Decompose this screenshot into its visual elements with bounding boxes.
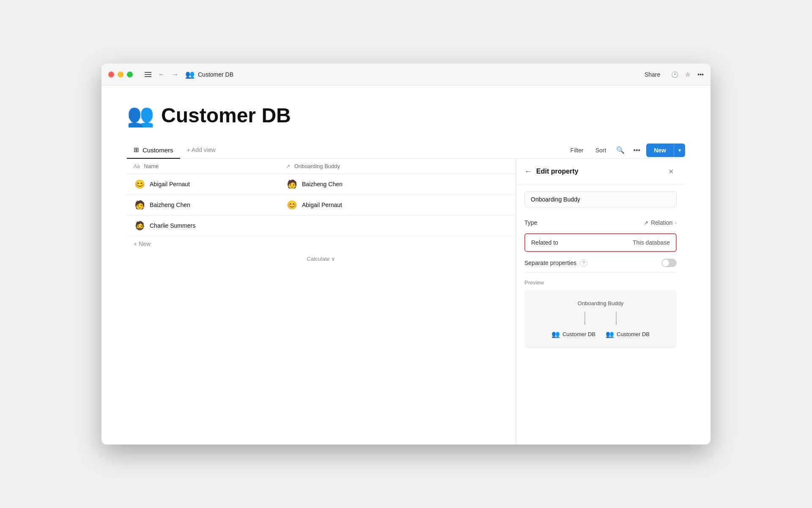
panel-header: ← Edit property ✕ (516, 159, 685, 185)
col-name[interactable]: Aa Name (127, 159, 279, 174)
property-name-input[interactable] (524, 191, 677, 207)
preview-db-icon-1: 👥 (551, 330, 560, 338)
calculate-button[interactable]: Calculate ∨ (127, 251, 516, 266)
filter-button[interactable]: Filter (566, 144, 588, 156)
calculate-chevron: ∨ (331, 256, 335, 262)
tab-customers[interactable]: ⊞ Customers (127, 142, 180, 159)
maximize-button[interactable] (127, 72, 133, 77)
red-arrow-indicator: ◄ (684, 236, 685, 249)
name-text-1: Baizheng Chen (150, 202, 190, 208)
related-to-label: Related to (531, 239, 558, 246)
panel-body: Type ↗ Relation › Related to This databa… (516, 185, 685, 444)
content-area: Aa Name ↗ Onboarding Buddy (127, 159, 685, 444)
close-button[interactable] (108, 72, 114, 77)
buddy-name-0: Baizheng Chen (302, 181, 343, 188)
panel-close-button[interactable]: ✕ (665, 166, 677, 177)
forward-nav-button[interactable]: → (170, 69, 180, 80)
history-button[interactable]: 🕐 (671, 71, 678, 78)
edit-property-panel: ← Edit property ✕ Type ↗ Relation › (516, 159, 685, 444)
avatar-2: 🧔 (134, 220, 145, 232)
col-onboarding-buddy[interactable]: ↗ Onboarding Buddy (279, 159, 516, 174)
buddy-col-label: Onboarding Buddy (294, 163, 340, 169)
sort-button[interactable]: Sort (591, 144, 611, 156)
new-button-dropdown[interactable]: ▾ (674, 144, 685, 157)
avatar-1: 🧑 (134, 199, 145, 211)
buddy-cell-1: 😊 Abigail Pernaut (286, 199, 509, 211)
bookmark-button[interactable]: ☆ (685, 71, 691, 78)
minimize-button[interactable] (118, 72, 123, 77)
table-row: 🧑 Baizheng Chen 😊 Abigail Pernaut (127, 195, 516, 215)
nav-buttons: ← → (143, 69, 180, 80)
separate-properties-row: Separate properties ? (524, 254, 677, 273)
name-text-0: Abigail Pernaut (150, 181, 190, 188)
avatar-0: 😊 (134, 178, 145, 190)
panel-header-left: ← Edit property (524, 167, 579, 176)
back-nav-button[interactable]: ← (156, 69, 167, 80)
buddy-col-icon: ↗ (286, 163, 290, 169)
panel-title: Edit property (536, 168, 579, 175)
page-icon: 👥 (127, 102, 154, 128)
cell-buddy-2 (279, 215, 516, 236)
preview-section: Preview Onboarding Buddy (524, 279, 677, 348)
panel-back-button[interactable]: ← (524, 167, 532, 176)
add-view-button[interactable]: + Add view (180, 142, 222, 158)
name-cell-1: 🧑 Baizheng Chen (134, 199, 272, 211)
separate-properties-toggle[interactable] (661, 259, 677, 267)
toolbar-right-actions: Filter Sort 🔍 ••• New ▾ (566, 144, 685, 157)
type-label: Type (524, 219, 537, 226)
search-button[interactable]: 🔍 (614, 144, 627, 157)
cell-buddy-0[interactable]: 🧑 Baizheng Chen (279, 174, 516, 195)
svg-marker-3 (616, 322, 617, 325)
separate-properties-label: Separate properties ? (524, 259, 587, 267)
preview-arrow-right (616, 312, 617, 325)
titlebar: ← → 👥 Customer DB Share 🕐 ☆ ••• (102, 64, 710, 86)
buddy-avatar-1: 😊 (286, 199, 298, 211)
preview-db-item-1: 👥 Customer DB (551, 330, 595, 338)
preview-db-icon-2: 👥 (606, 330, 614, 338)
app-window: ← → 👥 Customer DB Share 🕐 ☆ ••• 👥 Custom… (102, 64, 710, 444)
tab-customers-icon: ⊞ (134, 146, 139, 154)
cell-buddy-1[interactable]: 😊 Abigail Pernaut (279, 195, 516, 215)
preview-db-items: 👥 Customer DB 👥 Customer DB (551, 330, 650, 338)
table-area: Aa Name ↗ Onboarding Buddy (127, 159, 516, 444)
help-icon[interactable]: ? (580, 259, 587, 267)
preview-db-name-2: Customer DB (617, 331, 650, 337)
cell-name-0[interactable]: 😊 Abigail Pernaut (127, 174, 279, 195)
relation-icon: ↗ (644, 220, 648, 226)
hamburger-menu[interactable] (143, 70, 153, 79)
preview-db-item-2: 👥 Customer DB (606, 330, 650, 338)
cell-name-1[interactable]: 🧑 Baizheng Chen (127, 195, 279, 215)
related-to-value: This database (633, 239, 670, 246)
toolbar-more-button[interactable]: ••• (631, 144, 643, 157)
separate-properties-text: Separate properties (524, 260, 576, 266)
type-chevron-icon: › (675, 220, 677, 225)
cell-name-2[interactable]: 🧔 Charlie Summers (127, 215, 279, 236)
traffic-lights (108, 72, 133, 77)
page-header: 👥 Customer DB (127, 102, 685, 128)
add-new-row-label: + New (134, 240, 151, 247)
buddy-cell-0: 🧑 Baizheng Chen (286, 178, 509, 190)
buddy-name-1: Abigail Pernaut (302, 202, 342, 208)
new-button-group: New ▾ (646, 144, 685, 157)
preview-label: Preview (524, 279, 677, 286)
calculate-label: Calculate (307, 256, 330, 262)
name-col-label: Name (144, 163, 159, 169)
preview-db-name-1: Customer DB (562, 331, 595, 337)
preview-field-title: Onboarding Buddy (578, 300, 623, 306)
add-new-row-button[interactable]: + New (127, 236, 516, 251)
tab-customers-label: Customers (143, 146, 173, 154)
buddy-avatar-0: 🧑 (286, 178, 298, 190)
type-property-row[interactable]: Type ↗ Relation › (524, 214, 677, 232)
view-toolbar: ⊞ Customers + Add view Filter Sort 🔍 •••… (127, 142, 685, 159)
related-to-row[interactable]: Related to This database (524, 233, 677, 252)
svg-marker-1 (584, 322, 585, 325)
name-text-2: Charlie Summers (150, 222, 195, 229)
customers-table: Aa Name ↗ Onboarding Buddy (127, 159, 516, 236)
name-cell-0: 😊 Abigail Pernaut (134, 178, 272, 190)
page-title: Customer DB (161, 104, 291, 127)
preview-arrow-left (584, 312, 585, 325)
preview-box: Onboarding Buddy (524, 290, 677, 348)
share-button[interactable]: Share (640, 69, 664, 80)
new-button[interactable]: New (646, 144, 674, 157)
more-options-button[interactable]: ••• (697, 71, 704, 78)
